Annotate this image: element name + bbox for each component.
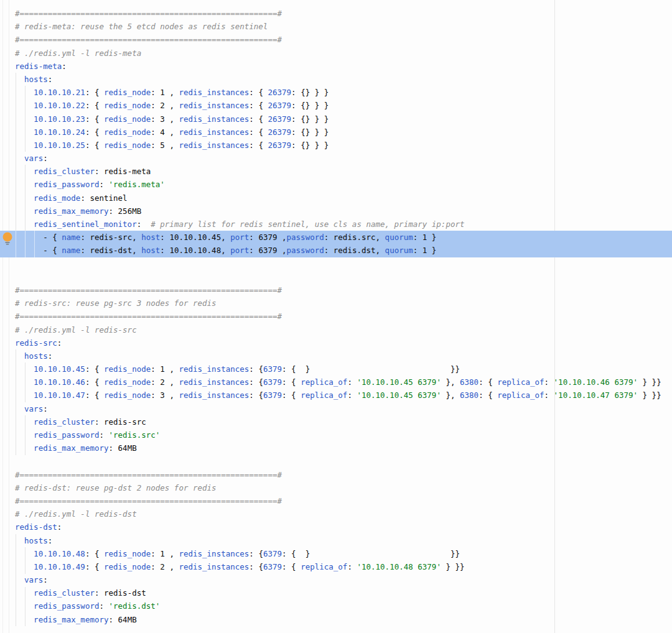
yaml-key: replica_of: [301, 377, 347, 387]
code-line[interactable]: redis_password: 'redis.src': [0, 428, 672, 441]
code-line[interactable]: redis_sentinel_monitor: # primary list f…: [0, 218, 672, 231]
code-line[interactable]: 10.10.10.46: { redis_node: 2 , redis_ins…: [0, 376, 672, 389]
code-line[interactable]: 10.10.10.22: { redis_node: 2 , redis_ins…: [0, 99, 672, 112]
yaml-string: 'redis.meta': [109, 180, 165, 189]
yaml-value: : {: [249, 562, 263, 571]
yaml-key: 6379: [263, 390, 282, 400]
code-line[interactable]: 10.10.10.21: { redis_node: 1 , redis_ins…: [0, 86, 672, 99]
code-line[interactable]: 10.10.10.48: { redis_node: 1 , redis_ins…: [0, 547, 672, 560]
code-line[interactable]: vars:: [0, 152, 672, 165]
code-line[interactable]: 10.10.10.47: { redis_node: 3 , redis_ins…: [0, 389, 672, 402]
yaml-key: redis_password: [34, 180, 99, 189]
code-line[interactable]: redis_max_memory: 64MB: [0, 441, 672, 455]
yaml-key: replica_of: [497, 377, 544, 387]
yaml-value: : {: [85, 141, 104, 150]
yaml-key: redis_instances: [179, 141, 249, 150]
code-line[interactable]: # redis-dst: reuse pg-dst 2 nodes for re…: [0, 481, 672, 494]
code-line[interactable]: 10.10.10.25: { redis_node: 5 , redis_ins…: [0, 139, 672, 152]
yaml-key: 10.10.10.46: [34, 377, 85, 387]
code-line[interactable]: 10.10.10.23: { redis_node: 3 , redis_ins…: [0, 113, 672, 126]
yaml-value: - {: [15, 246, 62, 255]
code-line[interactable]: # ./redis.yml -l redis-src: [0, 323, 672, 336]
yaml-value: : {} } }: [291, 127, 329, 137]
code-line[interactable]: 10.10.10.24: { redis_node: 4 , redis_ins…: [0, 126, 672, 139]
yaml-key: redis_node: [104, 114, 151, 124]
yaml-value: : {: [249, 101, 268, 110]
code-line[interactable]: redis_max_memory: 256MB: [0, 205, 672, 218]
indent-guide: [34, 231, 35, 257]
yaml-value: },: [441, 390, 460, 400]
yaml-key: 26379: [268, 141, 291, 150]
yaml-value: : {: [282, 562, 301, 571]
code-line[interactable]: #=======================================…: [0, 33, 672, 46]
yaml-string: 'redis.dst': [109, 601, 161, 611]
code-line[interactable]: 10.10.10.45: { redis_node: 1 , redis_ins…: [0, 363, 672, 376]
code-line[interactable]: # ./redis.yml -l redis-meta: [0, 47, 672, 60]
code-line[interactable]: # redis-meta: reuse the 5 etcd nodes as …: [0, 20, 672, 33]
yaml-value: : {: [249, 377, 263, 387]
code-line[interactable]: 10.10.10.49: { redis_node: 2 , redis_ins…: [0, 560, 672, 573]
code-line[interactable]: #=======================================…: [0, 468, 672, 481]
code-line[interactable]: redis-src:: [0, 336, 672, 349]
yaml-key: name: [62, 233, 80, 242]
code-line[interactable]: redis_mode: sentinel: [0, 192, 672, 205]
code-area[interactable]: #=======================================…: [0, 7, 672, 626]
code-line[interactable]: [0, 455, 672, 468]
yaml-key: redis_max_memory: [34, 206, 108, 216]
code-line[interactable]: redis-dst:: [0, 520, 672, 534]
yaml-key: redis_instances: [179, 562, 249, 571]
code-editor[interactable]: #=======================================…: [0, 0, 672, 633]
code-line[interactable]: redis_password: 'redis.dst': [0, 599, 672, 612]
yaml-value: :: [43, 404, 48, 414]
yaml-key: vars: [24, 404, 43, 414]
yaml-value: : {: [85, 364, 104, 374]
code-line[interactable]: hosts:: [0, 349, 672, 363]
indent-guide: [16, 231, 16, 257]
yaml-value: } }}: [638, 377, 661, 387]
yaml-key: redis_cluster: [34, 588, 95, 598]
code-line[interactable]: hosts:: [0, 534, 672, 547]
yaml-key: 6380: [460, 390, 478, 400]
code-line[interactable]: redis-meta:: [0, 60, 672, 73]
code-line[interactable]: [0, 257, 672, 270]
yaml-value: : {: [85, 101, 104, 110]
code-line[interactable]: redis_max_memory: 64MB: [0, 613, 672, 626]
code-line[interactable]: #=======================================…: [0, 310, 672, 323]
code-line-selected[interactable]: - { name: redis-dst, host: 10.10.10.48, …: [0, 244, 672, 257]
code-line[interactable]: redis_cluster: redis-dst: [0, 586, 672, 599]
yaml-value: :: [48, 536, 53, 545]
yaml-value: : {: [249, 88, 268, 97]
yaml-value: :: [347, 562, 357, 571]
yaml-comment: # primary list for redis sentinel, use c…: [151, 219, 464, 229]
code-line-selected[interactable]: - { name: redis-src, host: 10.10.10.45, …: [0, 231, 672, 244]
code-line[interactable]: # ./redis.yml -l redis-dst: [0, 507, 672, 520]
code-line[interactable]: hosts:: [0, 73, 672, 86]
yaml-value: } }}: [441, 562, 465, 571]
yaml-value: : { } }}: [282, 364, 460, 374]
code-line[interactable]: redis_cluster: redis-meta: [0, 165, 672, 178]
yaml-key: redis_node: [104, 88, 151, 97]
yaml-key: hosts: [24, 351, 48, 361]
yaml-value: :: [544, 390, 554, 400]
code-line[interactable]: [0, 270, 672, 284]
yaml-value: : {: [249, 141, 268, 150]
code-line[interactable]: vars:: [0, 402, 672, 415]
yaml-value: : {: [282, 390, 301, 400]
code-line[interactable]: redis_password: 'redis.meta': [0, 178, 672, 191]
code-line[interactable]: #=======================================…: [0, 494, 672, 507]
yaml-key: host: [141, 233, 160, 242]
yaml-key: vars: [24, 575, 43, 584]
yaml-comment: #=======================================…: [15, 312, 282, 321]
yaml-key: 10.10.10.22: [34, 101, 85, 110]
code-line[interactable]: # redis-src: reuse pg-src 3 nodes for re…: [0, 297, 672, 310]
code-line[interactable]: #=======================================…: [0, 284, 672, 297]
yaml-value: : {} } }: [291, 114, 329, 124]
code-line[interactable]: #=======================================…: [0, 7, 672, 20]
code-line[interactable]: vars:: [0, 573, 672, 586]
yaml-value: : 2 ,: [151, 377, 179, 387]
yaml-comment: #=======================================…: [15, 285, 282, 295]
intention-bulb-icon[interactable]: [1, 231, 14, 246]
yaml-key: vars: [24, 154, 43, 163]
yaml-value: : 64MB: [109, 615, 137, 624]
code-line[interactable]: redis_cluster: redis-src: [0, 415, 672, 428]
